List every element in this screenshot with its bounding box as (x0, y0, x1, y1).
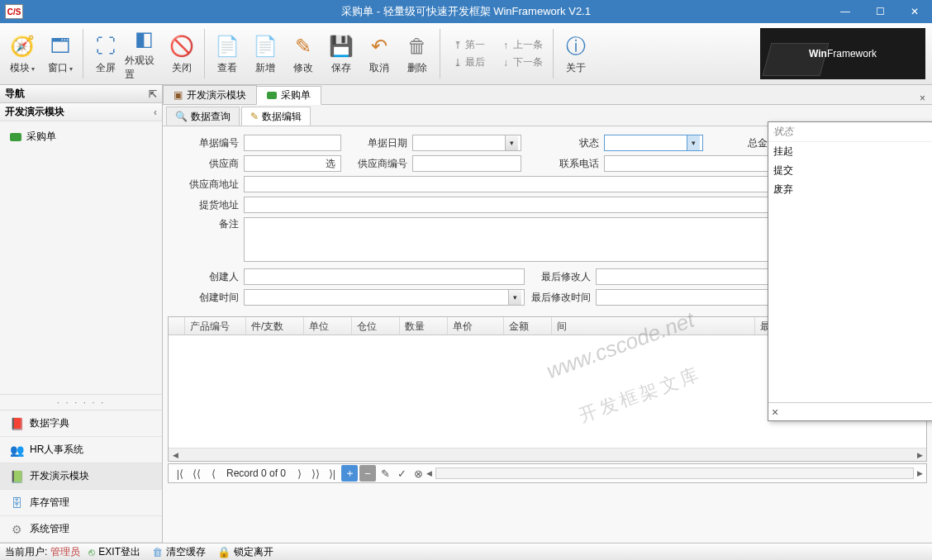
grid-col-4[interactable]: 数量 (400, 317, 448, 335)
dropdown-close-button[interactable]: × (772, 406, 778, 419)
label-remark: 备注 (178, 217, 244, 231)
input-doc-date[interactable]: ▾ (412, 135, 521, 151)
grid-col-6[interactable]: 金额 (504, 317, 552, 335)
search-icon: 🔍 (175, 111, 188, 122)
nav-confirm-button[interactable]: ✓ (393, 465, 410, 482)
status-dropdown-popup: 状态 挂起 提交 废弃 × (768, 121, 932, 421)
nav-prev-page-button[interactable]: ⟨⟨ (188, 465, 205, 482)
sub-tab-query[interactable]: 🔍数据查询 (166, 107, 240, 126)
grid-col-7[interactable]: 间 (552, 317, 755, 335)
input-supplier[interactable]: 选 (244, 155, 341, 172)
nav-bottom-item-4[interactable]: ⚙系统管理 (0, 516, 162, 543)
nav-tree: 采购单 (0, 121, 162, 152)
dropdown-item-submit[interactable]: 提交 (768, 161, 932, 180)
label-create-time: 创建时间 (178, 291, 244, 305)
nav-bottom-item-0[interactable]: 📕数据字典 (0, 411, 162, 437)
pick-button[interactable]: 选 (323, 157, 338, 171)
dropdown-icon[interactable]: ▾ (508, 290, 521, 305)
first-record-button[interactable]: ⤒第一 (444, 36, 492, 54)
nav-edit-button[interactable]: ✎ (377, 465, 393, 482)
nav-cancel-button[interactable]: ⊗ (410, 465, 426, 482)
nav-bottom-label: 数据字典 (30, 416, 69, 430)
input-supplier-no[interactable] (412, 155, 521, 172)
nav-icon: 📗 (8, 470, 25, 483)
input-creator[interactable] (244, 268, 525, 285)
module-icon (267, 92, 277, 99)
main-toolbar: 🧭模块 🗔窗口 ⛶全屏 ◧外观设置 🚫关闭 📄查看 📄新增 ✎修改 💾保存 ↶取… (0, 23, 932, 85)
chevron-left-icon[interactable]: ‹ (154, 107, 157, 118)
nav-last-button[interactable]: ⟩| (324, 465, 340, 482)
maximize-button[interactable]: ☐ (863, 0, 897, 23)
label-supplier-addr: 供应商地址 (178, 178, 244, 192)
next-record-button[interactable]: ↓下一条 (492, 54, 549, 71)
exit-button[interactable]: ⎋EXIT登出 (88, 545, 140, 559)
last-record-button[interactable]: ⤓最后 (444, 54, 492, 71)
exit-icon: ⎋ (88, 546, 95, 558)
nav-prev-button[interactable]: ⟨ (205, 465, 221, 482)
close-button[interactable]: 🚫关闭 (163, 26, 201, 82)
nav-bottom-item-1[interactable]: 👥HR人事系统 (0, 437, 162, 463)
document-tabs: ▣ 开发演示模块 采购单 × (163, 85, 932, 105)
grid-col-0[interactable]: 产品编号 (185, 317, 246, 335)
prev-record-button[interactable]: ↑上一条 (492, 36, 549, 54)
nav-icon: 👥 (8, 444, 25, 457)
label-doc-date: 单据日期 (341, 136, 412, 150)
nav-bottom-label: 系统管理 (30, 522, 69, 536)
nav-group-header[interactable]: 开发演示模块 ‹ (0, 103, 162, 121)
minimize-button[interactable]: — (828, 0, 863, 23)
grid-col-2[interactable]: 单位 (304, 317, 352, 335)
nav-add-button[interactable]: ＋ (341, 465, 358, 482)
pin-icon[interactable]: ⇱ (149, 88, 157, 100)
dropdown-item-discard[interactable]: 废弃 (768, 180, 932, 199)
nav-remove-button[interactable]: − (359, 465, 376, 482)
statusbar: 当前用户: 管理员 ⎋EXIT登出 🗑清空缓存 🔒锁定离开 (0, 543, 932, 560)
nav-bottom-label: HR人事系统 (30, 443, 83, 457)
appearance-button[interactable]: ◧外观设置 (125, 26, 163, 82)
label-last-editor: 最后修改人 (525, 270, 596, 284)
about-button[interactable]: ⓘ关于 (557, 26, 595, 82)
grid-col-5[interactable]: 单价 (448, 317, 504, 335)
module-button[interactable]: 🧭模块 (3, 26, 41, 82)
add-button[interactable]: 📄新增 (246, 26, 284, 82)
input-create-time[interactable]: ▾ (244, 289, 525, 306)
close-tab-button[interactable]: × (913, 93, 932, 104)
close-window-button[interactable]: ✕ (897, 0, 932, 23)
clear-cache-button[interactable]: 🗑清空缓存 (152, 545, 206, 559)
lock-button[interactable]: 🔒锁定离开 (217, 545, 273, 559)
label-last-edit-time: 最后修改时间 (525, 291, 596, 305)
input-doc-no[interactable] (244, 135, 341, 151)
dropdown-item-suspend[interactable]: 挂起 (768, 142, 932, 161)
window-title: 采购单 - 轻量级可快速开发框架 WinFramework V2.1 (341, 4, 591, 19)
cancel-button[interactable]: ↶取消 (360, 26, 398, 82)
grid-col-1[interactable]: 件/支数 (246, 317, 304, 335)
window-button[interactable]: 🗔窗口 (41, 26, 79, 82)
fullscreen-button[interactable]: ⛶全屏 (87, 26, 125, 82)
grid-col-3[interactable]: 仓位 (352, 317, 400, 335)
save-button[interactable]: 💾保存 (322, 26, 360, 82)
input-status[interactable]: ▾ (604, 135, 703, 151)
nav-tree-item-purchase[interactable]: 采购单 (3, 126, 159, 147)
tab-purchase[interactable]: 采购单 (256, 86, 321, 105)
nav-bottom-item-3[interactable]: 🗄库存管理 (0, 490, 162, 516)
nav-expand-dots[interactable]: · · · · · · (0, 394, 162, 411)
titlebar: C/S 采购单 - 轻量级可快速开发框架 WinFramework V2.1 —… (0, 0, 932, 23)
nav-first-button[interactable]: |⟨ (172, 465, 188, 482)
dropdown-icon[interactable]: ▾ (687, 135, 700, 150)
label-status: 状态 (521, 136, 604, 150)
nav-next-button[interactable]: ⟩ (291, 465, 307, 482)
nav-icon: 📕 (8, 417, 25, 430)
nav-next-page-button[interactable]: ⟩⟩ (307, 465, 324, 482)
edit-button[interactable]: ✎修改 (284, 26, 322, 82)
app-icon: C/S (5, 4, 23, 19)
nav-bottom-item-2[interactable]: 📗开发演示模块 (0, 463, 162, 490)
dropdown-icon[interactable]: ▾ (505, 135, 518, 150)
scrollbar-horizontal[interactable]: ◀▶ (169, 448, 926, 461)
scrollbar-horizontal[interactable] (435, 467, 914, 479)
label-creator: 创建人 (178, 270, 244, 284)
label-supplier-no: 供应商编号 (341, 157, 412, 171)
tab-demo-module[interactable]: ▣ 开发演示模块 (163, 85, 257, 104)
view-button[interactable]: 📄查看 (208, 26, 246, 82)
nav-header: 导航 ⇱ (0, 85, 162, 103)
sub-tab-edit[interactable]: ✎数据编辑 (241, 107, 311, 126)
delete-button[interactable]: 🗑删除 (398, 26, 436, 82)
